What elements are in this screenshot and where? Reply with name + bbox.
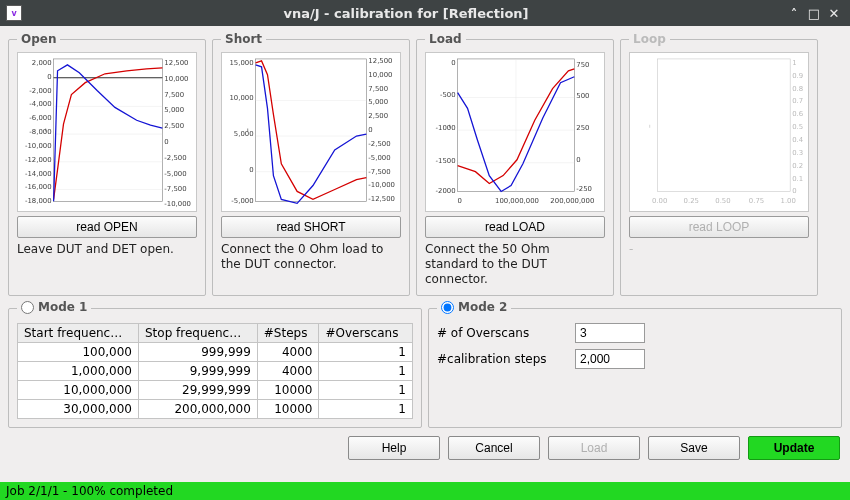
svg-text:0: 0 bbox=[451, 59, 455, 67]
svg-text:-6,000: -6,000 bbox=[29, 114, 51, 122]
mode1-radio[interactable]: Mode 1 bbox=[21, 300, 87, 314]
mode2-legend: Mode 2 bbox=[458, 300, 507, 314]
svg-text:-250: -250 bbox=[576, 185, 592, 193]
mode2-radio[interactable]: Mode 2 bbox=[441, 300, 507, 314]
close-icon[interactable]: ✕ bbox=[824, 6, 844, 21]
mode2-radio-input[interactable] bbox=[441, 301, 454, 314]
load-button: Load bbox=[548, 436, 640, 460]
svg-text:-18,000: -18,000 bbox=[25, 197, 52, 205]
svg-text:-5,000: -5,000 bbox=[164, 170, 186, 178]
col-stop: Stop frequenc… bbox=[139, 323, 258, 342]
svg-text:-1500: -1500 bbox=[436, 157, 456, 165]
cancel-button[interactable]: Cancel bbox=[448, 436, 540, 460]
svg-text:0: 0 bbox=[792, 187, 796, 195]
panel-open: Open 2,0000-2,000 -4,000-6,000-8,000 -10… bbox=[8, 32, 206, 296]
svg-text:-2,500: -2,500 bbox=[368, 140, 390, 148]
chart-open: 2,0000-2,000 -4,000-6,000-8,000 -10,000-… bbox=[17, 52, 197, 212]
panel-short: Short 15,00010,000 5,0000-5,000 12,50010… bbox=[212, 32, 410, 296]
svg-text:-2,500: -2,500 bbox=[164, 154, 186, 162]
svg-text:-2000: -2000 bbox=[436, 187, 456, 195]
svg-text:0.5: 0.5 bbox=[792, 123, 803, 131]
svg-text:7,500: 7,500 bbox=[368, 85, 388, 93]
panel-loop-instr: - bbox=[629, 242, 809, 282]
panel-loop-legend: Loop bbox=[629, 32, 670, 46]
svg-text:-14,000: -14,000 bbox=[25, 170, 52, 178]
svg-text:2,500: 2,500 bbox=[368, 112, 388, 120]
svg-text:0.1: 0.1 bbox=[792, 175, 803, 183]
svg-text:5,000: 5,000 bbox=[368, 98, 388, 106]
update-button[interactable]: Update bbox=[748, 436, 840, 460]
svg-text:-7,500: -7,500 bbox=[164, 185, 186, 193]
svg-text:0: 0 bbox=[249, 166, 253, 174]
svg-text:–: – bbox=[243, 128, 252, 132]
svg-text:10,000: 10,000 bbox=[164, 75, 188, 83]
svg-text:750: 750 bbox=[576, 61, 589, 69]
svg-text:2,500: 2,500 bbox=[164, 122, 184, 130]
panel-load-instr: Connect the 50 Ohm standard to the DUT c… bbox=[425, 242, 605, 287]
col-start: Start frequenc… bbox=[18, 323, 139, 342]
calsteps-input[interactable] bbox=[575, 349, 645, 369]
maximize-icon[interactable]: □ bbox=[804, 6, 824, 21]
panel-short-legend: Short bbox=[221, 32, 266, 46]
svg-text:-4,000: -4,000 bbox=[29, 100, 51, 108]
svg-text:0: 0 bbox=[164, 138, 168, 146]
svg-text:0: 0 bbox=[576, 156, 580, 164]
svg-text:–: – bbox=[645, 124, 654, 128]
svg-text:0.25: 0.25 bbox=[684, 197, 699, 205]
svg-text:-7,500: -7,500 bbox=[368, 168, 390, 176]
svg-text:0.9: 0.9 bbox=[792, 72, 803, 80]
panel-open-legend: Open bbox=[17, 32, 60, 46]
svg-text:–: – bbox=[445, 124, 454, 128]
svg-text:2,000: 2,000 bbox=[32, 59, 52, 67]
svg-text:-5,000: -5,000 bbox=[368, 154, 390, 162]
overscans-input[interactable] bbox=[575, 323, 645, 343]
read-open-button[interactable]: read OPEN bbox=[17, 216, 197, 238]
svg-text:500: 500 bbox=[576, 92, 589, 100]
svg-text:0.8: 0.8 bbox=[792, 85, 803, 93]
svg-text:0.75: 0.75 bbox=[749, 197, 764, 205]
svg-text:0.4: 0.4 bbox=[792, 136, 803, 144]
svg-text:0: 0 bbox=[47, 73, 51, 81]
minimize-icon[interactable]: ˄ bbox=[784, 6, 804, 21]
svg-text:-16,000: -16,000 bbox=[25, 183, 52, 191]
mode1-table: Start frequenc… Stop frequenc… #Steps #O… bbox=[17, 323, 413, 419]
button-row: Help Cancel Load Save Update bbox=[8, 432, 842, 462]
table-row: 30,000,000200,000,000100001 bbox=[18, 399, 413, 418]
calsteps-label: #calibration steps bbox=[437, 352, 567, 366]
mode1-legend: Mode 1 bbox=[38, 300, 87, 314]
help-button[interactable]: Help bbox=[348, 436, 440, 460]
status-bar: Job 2/1/1 - 100% completed bbox=[0, 482, 850, 500]
read-short-button[interactable]: read SHORT bbox=[221, 216, 401, 238]
table-row: 1,000,0009,999,99940001 bbox=[18, 361, 413, 380]
svg-text:0.6: 0.6 bbox=[792, 110, 803, 118]
panel-open-instr: Leave DUT and DET open. bbox=[17, 242, 197, 282]
svg-text:–: – bbox=[41, 128, 50, 132]
panel-load-legend: Load bbox=[425, 32, 466, 46]
mode1-fieldset: Mode 1 Start frequenc… Stop frequenc… #S… bbox=[8, 300, 422, 428]
svg-rect-0 bbox=[54, 59, 163, 201]
svg-text:0: 0 bbox=[368, 126, 372, 134]
svg-text:250: 250 bbox=[576, 124, 589, 132]
titlebar: v vna/J - calibration for [Reflection] ˄… bbox=[0, 0, 850, 26]
svg-text:0: 0 bbox=[457, 197, 461, 205]
svg-text:-10,000: -10,000 bbox=[25, 142, 52, 150]
window-title: vna/J - calibration for [Reflection] bbox=[28, 6, 784, 21]
svg-text:-5,000: -5,000 bbox=[231, 197, 253, 205]
overscans-label: # of Overscans bbox=[437, 326, 567, 340]
svg-text:-2,000: -2,000 bbox=[29, 87, 51, 95]
mode2-fieldset: Mode 2 # of Overscans #calibration steps bbox=[428, 300, 842, 428]
read-load-button[interactable]: read LOAD bbox=[425, 216, 605, 238]
svg-text:0.2: 0.2 bbox=[792, 162, 803, 170]
svg-text:5,000: 5,000 bbox=[164, 106, 184, 114]
svg-rect-29 bbox=[256, 59, 367, 201]
svg-text:12,500: 12,500 bbox=[164, 59, 188, 67]
save-button[interactable]: Save bbox=[648, 436, 740, 460]
mode1-radio-input[interactable] bbox=[21, 301, 34, 314]
svg-text:12,500: 12,500 bbox=[368, 57, 392, 65]
svg-text:-10,000: -10,000 bbox=[164, 200, 191, 208]
table-row: 10,000,00029,999,999100001 bbox=[18, 380, 413, 399]
svg-text:0.00: 0.00 bbox=[652, 197, 667, 205]
svg-text:15,000: 15,000 bbox=[229, 59, 253, 67]
svg-text:200,000,000: 200,000,000 bbox=[550, 197, 594, 205]
panel-load: Load 0-500 -1000-1500-2000 750500250 0-2… bbox=[416, 32, 614, 296]
